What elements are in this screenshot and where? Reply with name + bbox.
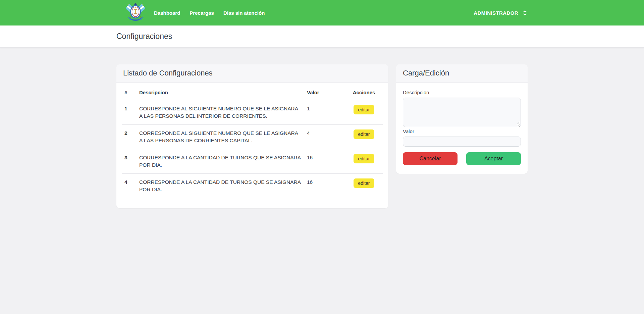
aceptar-button[interactable]: Aceptar <box>466 152 521 165</box>
top-navbar: Dashboard Precargas Días sin atención AD… <box>0 0 644 25</box>
editar-button[interactable]: editar <box>354 105 374 114</box>
caret-up-down-icon <box>523 10 527 16</box>
configurations-table: # Descripcion Valor Acciones 1 CORRESPON… <box>122 84 383 198</box>
descripcion-label: Descripcion <box>403 90 521 95</box>
user-menu-dropdown[interactable]: ADMINISTRADOR <box>474 10 527 16</box>
table-row: 1 CORRESPONDE AL SIGUIENTE NUMERO QUE SE… <box>122 100 383 125</box>
row-number: 4 <box>122 173 137 198</box>
corrientes-coat-of-arms-icon <box>126 2 145 23</box>
configurations-list-panel: Listado de Configuraciones # Descripcion… <box>116 64 388 208</box>
editar-button[interactable]: editar <box>354 129 374 139</box>
valor-label: Valor <box>403 128 521 134</box>
row-valor: 16 <box>304 173 345 198</box>
col-header-descripcion: Descripcion <box>137 84 304 100</box>
list-panel-header: Listado de Configuraciones <box>116 64 388 83</box>
brand-logo[interactable] <box>126 2 145 23</box>
form-panel-header: Carga/Edición <box>396 64 528 83</box>
editar-button[interactable]: editar <box>354 178 374 188</box>
row-descripcion: CORRESPONDE A LA CANTIDAD DE TURNOS QUE … <box>137 173 304 198</box>
load-edit-panel: Carga/Edición Descripcion Valor <box>396 64 528 174</box>
row-number: 2 <box>122 124 137 149</box>
row-number: 1 <box>122 100 137 125</box>
table-header-row: # Descripcion Valor Acciones <box>122 84 383 100</box>
table-row: 4 CORRESPONDE A LA CANTIDAD DE TURNOS QU… <box>122 173 383 198</box>
nav-dashboard[interactable]: Dashboard <box>154 10 180 16</box>
cancelar-button[interactable]: Cancelar <box>403 152 458 165</box>
page-title: Configuraciones <box>116 32 528 41</box>
main-navigation: Dashboard Precargas Días sin atención <box>154 10 265 16</box>
row-number: 3 <box>122 149 137 173</box>
valor-input[interactable] <box>403 137 521 147</box>
nav-precargas[interactable]: Precargas <box>190 10 214 16</box>
col-header-valor: Valor <box>304 84 345 100</box>
list-panel-title: Listado de Configuraciones <box>123 69 381 77</box>
nav-dias-sin-atencion[interactable]: Días sin atención <box>223 10 265 16</box>
row-valor: 1 <box>304 100 345 125</box>
col-header-acciones: Acciones <box>345 84 383 100</box>
table-row: 3 CORRESPONDE A LA CANTIDAD DE TURNOS QU… <box>122 149 383 173</box>
col-header-num: # <box>122 84 137 100</box>
descripcion-textarea[interactable] <box>403 98 521 127</box>
editar-button[interactable]: editar <box>354 154 374 163</box>
user-menu-label: ADMINISTRADOR <box>474 10 518 16</box>
row-descripcion: CORRESPONDE AL SIGUIENTE NUMERO QUE SE L… <box>137 100 304 125</box>
row-descripcion: CORRESPONDE A LA CANTIDAD DE TURNOS QUE … <box>137 149 304 173</box>
form-panel-title: Carga/Edición <box>403 69 521 77</box>
row-valor: 16 <box>304 149 345 173</box>
table-row: 2 CORRESPONDE AL SIGUIENTE NUMERO QUE SE… <box>122 124 383 149</box>
row-descripcion: CORRESPONDE AL SIGUIENTE NUMERO QUE SE L… <box>137 124 304 149</box>
page-header: Configuraciones <box>0 25 644 48</box>
row-valor: 4 <box>304 124 345 149</box>
